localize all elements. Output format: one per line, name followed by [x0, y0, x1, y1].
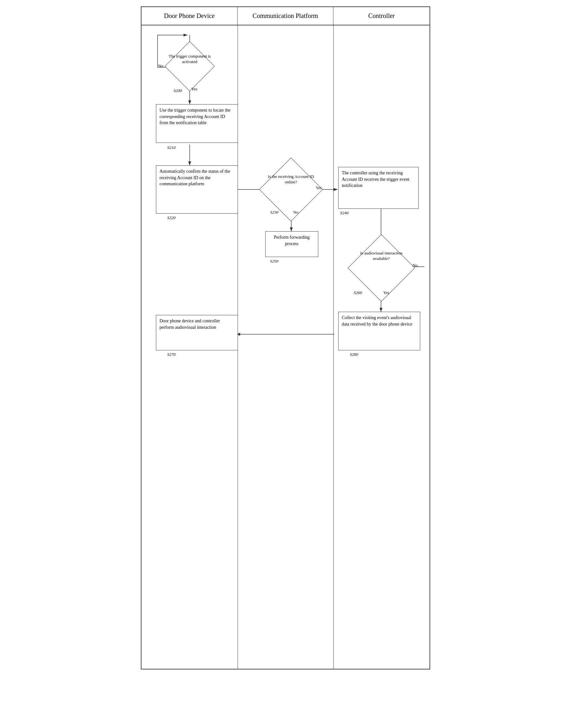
yes-label-av: Yes: [383, 290, 389, 295]
s270-label: S270: [167, 352, 176, 357]
online-diamond-text: Is the receiving Account ID online?: [265, 174, 317, 185]
yes-label-online: Yes: [316, 185, 322, 190]
yes-label-trigger: Yes: [191, 87, 197, 92]
confirm-status-box: Automatically confirm the status of the …: [156, 165, 238, 213]
trigger-diamond-shape: [164, 41, 215, 91]
s240-label: S240: [340, 210, 348, 215]
no-label-av: No: [413, 263, 418, 268]
trigger-diamond-text: The trigger component is activated: [167, 54, 212, 65]
header-col1: Door Phone Device: [141, 7, 238, 25]
no-label-trigger: No: [158, 63, 163, 69]
header-col2: Communication Platform: [238, 7, 334, 25]
s230-label: S230: [270, 210, 278, 215]
av-diamond-text: Is audiovisual interaction available?: [354, 251, 408, 262]
diagram-body: The trigger component is activated No Ye…: [141, 25, 430, 669]
s250-label: S250: [270, 259, 278, 264]
header-row: Door Phone Device Communication Platform…: [141, 7, 430, 25]
flowchart-container: Door Phone Device Communication Platform…: [141, 6, 430, 669]
s220-label: S220: [167, 215, 176, 220]
collect-av-box: Collect the visiting event's audiovisual…: [338, 312, 420, 350]
s210-label: S210: [167, 145, 176, 150]
online-diamond-shape: [259, 158, 323, 221]
s280-label: S280: [350, 352, 358, 357]
controller-notif-box: The controller using the receiving Accou…: [338, 167, 419, 209]
s200-label: S200: [174, 88, 182, 93]
locate-account-box: Use the trigger component to locate the …: [156, 104, 238, 143]
s260-label: S260: [354, 290, 362, 295]
no-label-online: No: [293, 210, 298, 215]
forwarding-box: Perform forwarding process: [265, 231, 318, 257]
header-col3: Controller: [333, 7, 430, 25]
door-controller-box: Door phone device and controller perform…: [156, 315, 238, 350]
